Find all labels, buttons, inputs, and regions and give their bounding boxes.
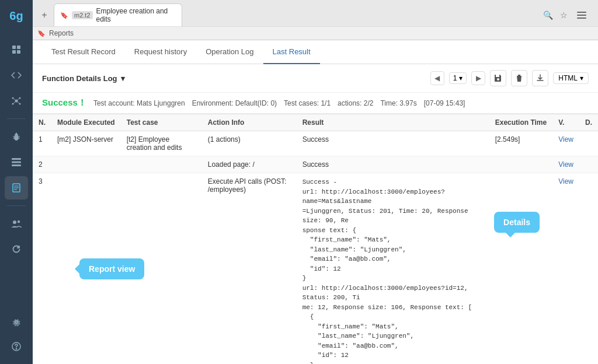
cell-details (454, 131, 489, 156)
sidebar-divider-1 (7, 118, 26, 119)
svg-point-29 (16, 348, 16, 349)
format-selector[interactable]: HTML ▾ (553, 72, 589, 84)
sidebar-item-help[interactable] (5, 335, 28, 358)
col-d: D. (579, 114, 598, 131)
cell-action-info: (1 actions) (202, 131, 297, 156)
browser-search-icon[interactable]: 🔍 (543, 10, 553, 20)
tab-request-history[interactable]: Request history (125, 40, 196, 64)
date: [07-09 15:43] (424, 99, 465, 107)
browser-menu-icon[interactable] (575, 9, 589, 21)
svg-point-27 (18, 220, 20, 223)
view-link[interactable]: View (558, 160, 573, 169)
col-v: V. (552, 114, 579, 131)
cell-execution-time: [2.549s] (489, 131, 552, 156)
cell-view[interactable]: View (552, 156, 579, 173)
sidebar-bottom (5, 309, 28, 359)
sidebar-item-list[interactable] (5, 150, 28, 174)
svg-rect-21 (12, 164, 21, 166)
time: Time: 3.97s (380, 99, 416, 107)
page-selector[interactable]: 1 ▾ (449, 72, 467, 84)
sidebar-item-users[interactable] (5, 212, 28, 235)
sidebar-item-nav[interactable] (5, 64, 28, 87)
tab-bar: + 🔖 m2.t2 Employee creation and edits 🔍 … (33, 0, 598, 26)
col-action-info: Action Info (202, 114, 297, 131)
success-label: Success！ (42, 97, 86, 108)
sidebar-item-settings[interactable] (5, 310, 28, 334)
svg-rect-20 (12, 162, 21, 163)
svg-rect-2 (12, 50, 16, 54)
svg-point-5 (12, 97, 14, 99)
sidebar-item-bug[interactable] (5, 125, 28, 148)
svg-point-8 (19, 103, 21, 105)
col-module: Module Executed (51, 114, 121, 131)
cell-execution-time (489, 173, 552, 365)
sidebar-divider-2 (7, 205, 26, 206)
cell-result: Success (297, 131, 454, 156)
svg-point-14 (16, 133, 18, 135)
log-header: Function Details Log ▾ ◀ 1 ▾ ▶ (33, 64, 598, 93)
page-next-button[interactable]: ▶ (471, 71, 485, 85)
cell-n: 1 (33, 131, 51, 156)
view-link[interactable]: View (558, 135, 573, 144)
col-details (454, 114, 489, 131)
result-code-block: Success - url: http://localhost:3000/emp… (303, 177, 484, 364)
svg-point-13 (14, 135, 19, 141)
cell-view[interactable]: View (552, 173, 579, 365)
sidebar-item-nodes[interactable] (5, 89, 28, 113)
svg-line-9 (13, 99, 15, 100)
sidebar-item-reports[interactable] (5, 176, 28, 200)
content-area: Test Result Record Request history Opera… (33, 40, 598, 364)
cell-result: Success - url: http://localhost:3000/emp… (297, 173, 489, 365)
tab-title: Employee creation and edits (96, 7, 175, 23)
cell-details (454, 156, 489, 173)
tab-test-result-record[interactable]: Test Result Record (42, 40, 125, 64)
col-execution-time: Execution Time (489, 114, 552, 131)
svg-rect-3 (17, 50, 20, 54)
svg-point-7 (12, 103, 14, 105)
cell-action-info: Execute API calls (POST: /employees) (202, 173, 297, 365)
table-container: N. Module Executed Test case Action Info… (33, 114, 598, 364)
cell-module (51, 156, 121, 173)
col-n: N. (33, 114, 51, 131)
log-title-chevron[interactable]: ▾ (121, 74, 125, 83)
page-dropdown-icon: ▾ (459, 74, 463, 82)
col-test-case: Test case (121, 114, 202, 131)
sidebar-item-grid[interactable] (5, 38, 28, 61)
cell-n: 2 (33, 156, 51, 173)
sidebar: 6g (0, 0, 33, 364)
delete-button[interactable] (511, 70, 527, 86)
table-row: 1 [m2] JSON-server [t2] Employee creatio… (33, 131, 598, 156)
nav-tabs: Test Result Record Request history Opera… (33, 40, 598, 64)
cell-d (579, 173, 598, 365)
col-result: Result (297, 114, 454, 131)
cell-module: [m2] JSON-server (51, 131, 121, 156)
browser-star-icon[interactable]: ☆ (560, 10, 568, 20)
cell-d (579, 156, 598, 173)
result-table: N. Module Executed Test case Action Info… (33, 114, 598, 364)
svg-rect-19 (12, 158, 21, 160)
table-row: 3 Execute API calls (POST: /employees) S… (33, 173, 598, 365)
download-button[interactable] (532, 70, 548, 86)
svg-line-11 (13, 102, 15, 104)
view-link[interactable]: View (558, 177, 573, 186)
page-prev-button[interactable]: ◀ (430, 71, 444, 85)
cell-d (579, 131, 598, 156)
tab-operation-log[interactable]: Operation Log (196, 40, 263, 64)
test-cases: Test cases: 1/1 (284, 99, 331, 107)
cell-execution-time (489, 156, 552, 173)
svg-point-6 (19, 97, 21, 99)
save-button[interactable] (490, 70, 506, 86)
tab-bookmark-icon: 🔖 (60, 12, 68, 19)
main-area: + 🔖 m2.t2 Employee creation and edits 🔍 … (33, 0, 598, 364)
sidebar-item-refresh[interactable] (5, 237, 28, 261)
new-tab-button[interactable]: + (37, 8, 51, 22)
breadcrumb-text: Reports (49, 29, 74, 37)
cell-result: Success (297, 156, 454, 173)
browser-chrome: + 🔖 m2.t2 Employee creation and edits 🔍 … (33, 0, 598, 40)
svg-rect-1 (17, 46, 20, 49)
browser-tab[interactable]: 🔖 m2.t2 Employee creation and edits (54, 4, 182, 26)
tab-tag: m2.t2 (72, 11, 93, 19)
cell-view[interactable]: View (552, 131, 579, 156)
app-logo: 6g (5, 5, 27, 27)
tab-last-result[interactable]: Last Result (263, 40, 320, 64)
